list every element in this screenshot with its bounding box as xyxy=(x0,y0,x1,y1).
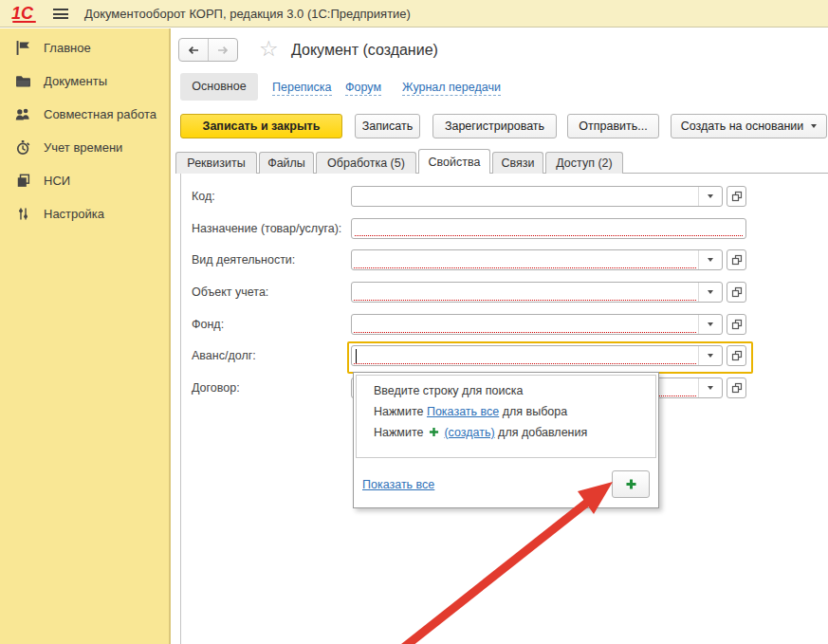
create-based-on-button[interactable]: Создать на основании xyxy=(671,114,827,138)
dogovor-dropdown-button[interactable] xyxy=(698,378,722,397)
sidebar-item-label: Документы xyxy=(44,74,107,88)
sidebar-item-label: Настройка xyxy=(44,207,104,221)
open-list-icon xyxy=(731,382,743,394)
sections-sidebar: Главное Документы Совместная работа Учет… xyxy=(0,28,171,644)
hint-line-create: Нажмите (создать) для добавления xyxy=(374,425,587,440)
chevron-down-icon xyxy=(708,194,713,198)
back-arrow-icon xyxy=(186,43,201,58)
required-underline xyxy=(354,300,696,301)
field-label-avans-dolg: Аванс/долг: xyxy=(192,345,256,366)
open-list-icon xyxy=(731,286,743,298)
open-list-icon xyxy=(731,350,743,361)
subtab-dostup[interactable]: Доступ (2) xyxy=(545,152,623,174)
flag-icon xyxy=(14,40,31,56)
plus-icon xyxy=(625,478,637,490)
avans-dolg-combobox-focused[interactable] xyxy=(351,345,723,366)
subtab-obrabotka[interactable]: Обработка (5) xyxy=(316,152,416,174)
field-label-vid-deyatelnosti: Вид деятельности: xyxy=(192,249,295,270)
back-button[interactable] xyxy=(179,39,208,61)
kod-dropdown-button[interactable] xyxy=(698,187,722,206)
stopwatch-icon xyxy=(14,139,31,156)
field-label-naznachenie: Назначение (товар/услуга): xyxy=(192,218,341,239)
fond-combobox[interactable] xyxy=(351,314,723,335)
application-title: Документооборот КОРП, редакция 3.0 (1С:П… xyxy=(84,0,411,28)
sidebar-item-label: Совместная работа xyxy=(44,107,156,121)
obekt-ucheta-dropdown-button[interactable] xyxy=(698,283,722,302)
subtab-svoystva[interactable]: Свойства xyxy=(418,149,490,174)
sidebar-item-label: Учет времени xyxy=(44,140,122,155)
panel-left-border xyxy=(180,174,181,644)
1c-logo-icon: 1С xyxy=(11,2,36,25)
title-bar: 1С Документооборот КОРП, редакция 3.0 (1… xyxy=(0,0,828,28)
hint-text: Нажмите xyxy=(374,426,427,439)
sidebar-item-label: НСИ xyxy=(44,174,70,188)
sidebar-item-label: Главное xyxy=(44,41,91,55)
save-and-close-button[interactable]: Записать и закрыть xyxy=(180,114,342,138)
sidebar-item-uchet-vremeni[interactable]: Учет времени xyxy=(0,133,169,161)
vid-deyatelnosti-choose-button[interactable] xyxy=(727,249,746,270)
forward-arrow-icon xyxy=(215,43,230,58)
main-menu-hamburger-icon[interactable] xyxy=(53,9,68,20)
sidebar-item-nastroyka[interactable]: Настройка xyxy=(0,199,169,228)
tab-zhurnal-peredachi[interactable]: Журнал передачи xyxy=(402,80,501,96)
tab-osnovnoe[interactable]: Основное xyxy=(180,73,258,101)
required-underline xyxy=(354,332,696,333)
naznachenie-input[interactable] xyxy=(351,218,746,239)
vid-deyatelnosti-dropdown-button[interactable] xyxy=(698,250,722,269)
choice-dropdown-popup: Введите строку для поиска Нажмите Показа… xyxy=(353,372,659,508)
plus-icon xyxy=(429,427,439,437)
history-nav-buttons xyxy=(178,38,238,62)
show-all-inline-link[interactable]: Показать все xyxy=(427,405,499,418)
chevron-down-icon xyxy=(708,354,713,358)
fond-choose-button[interactable] xyxy=(727,314,746,335)
dogovor-choose-button[interactable] xyxy=(727,377,746,398)
field-label-kod: Код: xyxy=(192,186,215,207)
avans-dolg-dropdown-button[interactable] xyxy=(698,346,722,365)
hint-text: для добавления xyxy=(495,426,588,439)
people-icon xyxy=(14,106,31,122)
chevron-down-icon xyxy=(708,290,713,294)
send-button[interactable]: Отправить... xyxy=(567,114,659,138)
page-title: Документ (создание) xyxy=(291,38,438,62)
kod-combobox[interactable] xyxy=(351,186,723,207)
tab-forum[interactable]: Форум xyxy=(345,80,381,96)
obekt-ucheta-combobox[interactable] xyxy=(351,282,723,303)
avans-dolg-choose-button[interactable] xyxy=(727,345,746,366)
forward-button[interactable] xyxy=(208,39,237,61)
sliders-icon xyxy=(14,206,31,222)
register-button[interactable]: Зарегистрировать xyxy=(432,114,557,138)
save-button[interactable]: Записать xyxy=(355,114,420,138)
hint-line-search: Введите строку для поиска xyxy=(374,383,524,398)
chevron-down-icon xyxy=(708,322,713,326)
sidebar-item-sovmestnaya-rabota[interactable]: Совместная работа xyxy=(0,100,169,128)
open-list-icon xyxy=(731,254,743,266)
text-caret xyxy=(356,349,357,363)
sidebar-item-dokumenty[interactable]: Документы xyxy=(0,66,169,95)
field-label-fond: Фонд: xyxy=(192,314,224,335)
book-icon xyxy=(14,173,31,189)
required-underline xyxy=(354,363,696,364)
folder-icon xyxy=(14,73,31,89)
vid-deyatelnosti-combobox[interactable] xyxy=(351,249,723,270)
favorite-star-icon[interactable]: ☆ xyxy=(259,35,279,62)
obekt-ucheta-choose-button[interactable] xyxy=(727,282,746,303)
show-all-link[interactable]: Показать все xyxy=(362,478,434,491)
sidebar-item-glavnoe[interactable]: Главное xyxy=(0,33,169,62)
field-label-dogovor: Договор: xyxy=(192,377,240,398)
required-underline xyxy=(354,267,696,268)
hint-line-show-all: Нажмите Показать все для выбора xyxy=(374,404,567,419)
fond-dropdown-button[interactable] xyxy=(698,315,722,334)
subtab-fayly[interactable]: Файлы xyxy=(259,152,314,174)
tab-perepiska[interactable]: Переписка xyxy=(272,80,332,96)
create-new-button[interactable] xyxy=(612,470,650,498)
create-inline-link[interactable]: (создать) xyxy=(444,426,494,439)
hint-text: для выбора xyxy=(499,405,567,418)
hint-text: Нажмите xyxy=(374,405,427,418)
subtab-svyazi[interactable]: Связи xyxy=(492,152,543,174)
kod-choose-button[interactable] xyxy=(727,186,746,207)
create-based-on-label: Создать на основании xyxy=(681,120,804,133)
open-list-icon xyxy=(731,191,743,202)
subtab-rekvizity[interactable]: Реквизиты xyxy=(175,152,257,174)
open-list-icon xyxy=(731,319,743,330)
sidebar-item-nsi[interactable]: НСИ xyxy=(0,166,169,194)
